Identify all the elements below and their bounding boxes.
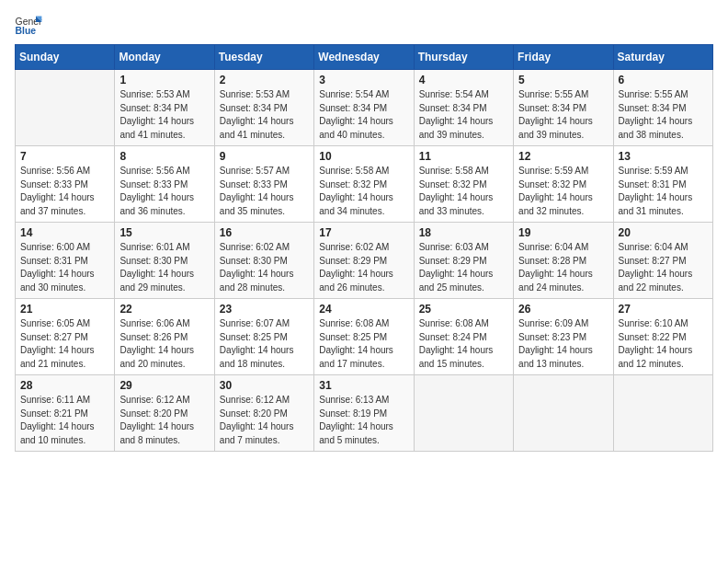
day-number: 20 bbox=[619, 226, 708, 239]
calendar-header: SundayMondayTuesdayWednesdayThursdayFrid… bbox=[16, 45, 713, 70]
cell-info: Sunrise: 6:02 AM Sunset: 8:29 PM Dayligh… bbox=[319, 241, 408, 294]
cell-info: Sunrise: 6:03 AM Sunset: 8:29 PM Dayligh… bbox=[419, 241, 508, 294]
calendar-cell: 10Sunrise: 5:58 AM Sunset: 8:32 PM Dayli… bbox=[314, 146, 414, 223]
calendar-cell: 18Sunrise: 6:03 AM Sunset: 8:29 PM Dayli… bbox=[414, 223, 513, 299]
cell-info: Sunrise: 5:55 AM Sunset: 8:34 PM Dayligh… bbox=[518, 88, 608, 142]
cell-info: Sunrise: 5:56 AM Sunset: 8:33 PM Dayligh… bbox=[119, 165, 209, 218]
day-number: 7 bbox=[20, 150, 109, 163]
cell-info: Sunrise: 5:54 AM Sunset: 8:34 PM Dayligh… bbox=[419, 88, 508, 142]
cell-info: Sunrise: 6:07 AM Sunset: 8:25 PM Dayligh… bbox=[220, 317, 309, 371]
week-row-4: 21Sunrise: 6:05 AM Sunset: 8:27 PM Dayli… bbox=[16, 299, 713, 375]
cell-info: Sunrise: 5:56 AM Sunset: 8:33 PM Dayligh… bbox=[20, 165, 109, 218]
header-cell-wednesday: Wednesday bbox=[314, 45, 414, 70]
day-number: 14 bbox=[20, 226, 109, 239]
calendar-cell: 2Sunrise: 5:53 AM Sunset: 8:34 PM Daylig… bbox=[214, 70, 313, 146]
cell-info: Sunrise: 6:01 AM Sunset: 8:30 PM Dayligh… bbox=[119, 241, 209, 294]
week-row-2: 7Sunrise: 5:56 AM Sunset: 8:33 PM Daylig… bbox=[16, 146, 713, 223]
cell-info: Sunrise: 5:58 AM Sunset: 8:32 PM Dayligh… bbox=[419, 165, 508, 218]
calendar-cell: 9Sunrise: 5:57 AM Sunset: 8:33 PM Daylig… bbox=[214, 146, 313, 223]
cell-info: Sunrise: 6:11 AM Sunset: 8:21 PM Dayligh… bbox=[20, 394, 109, 447]
calendar-cell: 13Sunrise: 5:59 AM Sunset: 8:31 PM Dayli… bbox=[613, 146, 712, 223]
header-cell-saturday: Saturday bbox=[613, 45, 712, 70]
calendar-cell: 21Sunrise: 6:05 AM Sunset: 8:27 PM Dayli… bbox=[16, 299, 115, 375]
calendar-cell: 28Sunrise: 6:11 AM Sunset: 8:21 PM Dayli… bbox=[16, 375, 115, 452]
cell-info: Sunrise: 5:55 AM Sunset: 8:34 PM Dayligh… bbox=[619, 88, 708, 142]
week-row-3: 14Sunrise: 6:00 AM Sunset: 8:31 PM Dayli… bbox=[16, 223, 713, 299]
cell-info: Sunrise: 6:00 AM Sunset: 8:31 PM Dayligh… bbox=[20, 241, 109, 294]
cell-info: Sunrise: 5:59 AM Sunset: 8:31 PM Dayligh… bbox=[619, 165, 708, 218]
calendar-cell: 24Sunrise: 6:08 AM Sunset: 8:25 PM Dayli… bbox=[314, 299, 414, 375]
header-cell-tuesday: Tuesday bbox=[214, 45, 313, 70]
cell-info: Sunrise: 6:06 AM Sunset: 8:26 PM Dayligh… bbox=[119, 317, 209, 371]
cell-info: Sunrise: 6:08 AM Sunset: 8:24 PM Dayligh… bbox=[419, 317, 508, 371]
day-number: 10 bbox=[319, 150, 408, 163]
cell-info: Sunrise: 6:04 AM Sunset: 8:27 PM Dayligh… bbox=[619, 241, 708, 294]
cell-info: Sunrise: 6:13 AM Sunset: 8:19 PM Dayligh… bbox=[319, 394, 408, 447]
day-number: 16 bbox=[220, 226, 309, 239]
cell-info: Sunrise: 6:09 AM Sunset: 8:23 PM Dayligh… bbox=[518, 317, 608, 371]
calendar-cell: 25Sunrise: 6:08 AM Sunset: 8:24 PM Dayli… bbox=[414, 299, 513, 375]
cell-info: Sunrise: 6:12 AM Sunset: 8:20 PM Dayligh… bbox=[220, 394, 309, 447]
day-number: 30 bbox=[220, 379, 309, 392]
calendar-cell bbox=[613, 375, 712, 452]
day-number: 13 bbox=[619, 150, 708, 163]
svg-text:Blue: Blue bbox=[16, 26, 37, 36]
calendar-cell: 23Sunrise: 6:07 AM Sunset: 8:25 PM Dayli… bbox=[214, 299, 313, 375]
day-number: 15 bbox=[119, 226, 209, 239]
calendar-cell: 16Sunrise: 6:02 AM Sunset: 8:30 PM Dayli… bbox=[214, 223, 313, 299]
calendar-cell bbox=[16, 70, 115, 146]
day-number: 2 bbox=[220, 74, 309, 86]
day-number: 24 bbox=[319, 303, 408, 316]
day-number: 23 bbox=[220, 303, 309, 316]
header-cell-monday: Monday bbox=[115, 45, 214, 70]
calendar-cell: 3Sunrise: 5:54 AM Sunset: 8:34 PM Daylig… bbox=[314, 70, 414, 146]
header-row: SundayMondayTuesdayWednesdayThursdayFrid… bbox=[16, 45, 713, 70]
calendar-cell: 7Sunrise: 5:56 AM Sunset: 8:33 PM Daylig… bbox=[16, 146, 115, 223]
cell-info: Sunrise: 5:58 AM Sunset: 8:32 PM Dayligh… bbox=[319, 165, 408, 218]
day-number: 18 bbox=[419, 226, 508, 239]
day-number: 1 bbox=[119, 74, 209, 86]
day-number: 9 bbox=[220, 150, 309, 163]
cell-info: Sunrise: 6:05 AM Sunset: 8:27 PM Dayligh… bbox=[20, 317, 109, 371]
day-number: 29 bbox=[119, 379, 209, 392]
calendar-cell: 8Sunrise: 5:56 AM Sunset: 8:33 PM Daylig… bbox=[115, 146, 214, 223]
day-number: 26 bbox=[518, 303, 608, 316]
calendar-cell: 6Sunrise: 5:55 AM Sunset: 8:34 PM Daylig… bbox=[613, 70, 712, 146]
week-row-1: 1Sunrise: 5:53 AM Sunset: 8:34 PM Daylig… bbox=[16, 70, 713, 146]
day-number: 25 bbox=[419, 303, 508, 316]
day-number: 6 bbox=[619, 74, 708, 86]
logo-icon: General Blue bbox=[15, 15, 42, 37]
week-row-5: 28Sunrise: 6:11 AM Sunset: 8:21 PM Dayli… bbox=[16, 375, 713, 452]
cell-info: Sunrise: 5:59 AM Sunset: 8:32 PM Dayligh… bbox=[518, 165, 608, 218]
day-number: 31 bbox=[319, 379, 408, 392]
day-number: 28 bbox=[20, 379, 109, 392]
day-number: 21 bbox=[20, 303, 109, 316]
calendar-cell: 26Sunrise: 6:09 AM Sunset: 8:23 PM Dayli… bbox=[514, 299, 613, 375]
calendar-cell: 29Sunrise: 6:12 AM Sunset: 8:20 PM Dayli… bbox=[115, 375, 214, 452]
calendar-cell: 15Sunrise: 6:01 AM Sunset: 8:30 PM Dayli… bbox=[115, 223, 214, 299]
day-number: 3 bbox=[319, 74, 408, 86]
logo: General Blue bbox=[15, 15, 42, 37]
cell-info: Sunrise: 6:10 AM Sunset: 8:22 PM Dayligh… bbox=[619, 317, 708, 371]
cell-info: Sunrise: 6:08 AM Sunset: 8:25 PM Dayligh… bbox=[319, 317, 408, 371]
day-number: 27 bbox=[619, 303, 708, 316]
day-number: 4 bbox=[419, 74, 508, 86]
calendar-cell: 11Sunrise: 5:58 AM Sunset: 8:32 PM Dayli… bbox=[414, 146, 513, 223]
calendar-cell: 19Sunrise: 6:04 AM Sunset: 8:28 PM Dayli… bbox=[514, 223, 613, 299]
day-number: 19 bbox=[518, 226, 608, 239]
calendar-cell: 27Sunrise: 6:10 AM Sunset: 8:22 PM Dayli… bbox=[613, 299, 712, 375]
calendar-cell: 14Sunrise: 6:00 AM Sunset: 8:31 PM Dayli… bbox=[16, 223, 115, 299]
calendar-cell bbox=[414, 375, 513, 452]
cell-info: Sunrise: 5:57 AM Sunset: 8:33 PM Dayligh… bbox=[220, 165, 309, 218]
calendar-cell: 20Sunrise: 6:04 AM Sunset: 8:27 PM Dayli… bbox=[613, 223, 712, 299]
cell-info: Sunrise: 6:04 AM Sunset: 8:28 PM Dayligh… bbox=[518, 241, 608, 294]
page-header: General Blue bbox=[15, 15, 713, 37]
calendar-cell: 17Sunrise: 6:02 AM Sunset: 8:29 PM Dayli… bbox=[314, 223, 414, 299]
calendar-cell: 5Sunrise: 5:55 AM Sunset: 8:34 PM Daylig… bbox=[514, 70, 613, 146]
calendar-body: 1Sunrise: 5:53 AM Sunset: 8:34 PM Daylig… bbox=[16, 70, 713, 452]
calendar-cell: 4Sunrise: 5:54 AM Sunset: 8:34 PM Daylig… bbox=[414, 70, 513, 146]
cell-info: Sunrise: 6:12 AM Sunset: 8:20 PM Dayligh… bbox=[119, 394, 209, 447]
day-number: 22 bbox=[119, 303, 209, 316]
day-number: 11 bbox=[419, 150, 508, 163]
day-number: 8 bbox=[119, 150, 209, 163]
